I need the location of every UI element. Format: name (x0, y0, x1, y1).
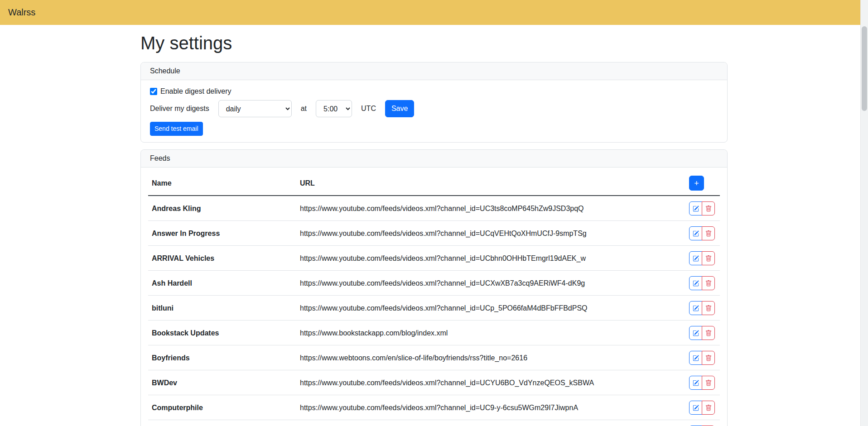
edit-feed-button[interactable] (689, 351, 702, 365)
table-row: bitluni https://www.youtube.com/feeds/vi… (148, 296, 720, 321)
feed-name-cell: Answer In Progress (148, 221, 296, 246)
delivery-controls-row: Deliver my digests daily at 5:00 UTC Sav… (150, 100, 718, 117)
enable-digest-label[interactable]: Enable digest delivery (160, 87, 231, 96)
enable-digest-row: Enable digest delivery (150, 87, 718, 96)
feed-actions-cell (685, 196, 720, 221)
feed-actions-cell (685, 296, 720, 321)
trash-icon (705, 230, 712, 237)
feed-actions-group (689, 276, 715, 290)
feed-actions-group (689, 301, 715, 315)
at-label: at (301, 105, 307, 113)
edit-feed-button[interactable] (689, 301, 702, 315)
edit-feed-button[interactable] (689, 401, 702, 415)
delete-feed-button[interactable] (702, 276, 715, 290)
feed-name-cell: bitluni (148, 296, 296, 321)
schedule-card-body: Enable digest delivery Deliver my digest… (141, 80, 727, 142)
trash-icon (705, 355, 712, 361)
edit-feed-button[interactable] (689, 226, 702, 240)
edit-feed-button[interactable] (689, 201, 702, 215)
feeds-table-body: Andreas Kling https://www.youtube.com/fe… (148, 196, 720, 426)
feed-name-cell: Computerphile (148, 395, 296, 420)
schedule-card-header: Schedule (141, 62, 727, 80)
feed-actions-group (689, 351, 715, 365)
feed-actions-group (689, 201, 715, 215)
schedule-card: Schedule Enable digest delivery Deliver … (140, 62, 728, 143)
enable-digest-checkbox[interactable] (150, 88, 157, 95)
frequency-select[interactable]: daily (218, 100, 292, 117)
edit-feed-button[interactable] (689, 326, 702, 340)
trash-icon (705, 380, 712, 386)
delete-feed-button[interactable] (702, 201, 715, 215)
table-row: Bookstack Updates https://www.bookstacka… (148, 321, 720, 345)
save-button[interactable]: Save (385, 100, 414, 117)
feed-url-cell: https://www.youtube.com/feeds/videos.xml… (296, 271, 685, 296)
delete-feed-button[interactable] (702, 301, 715, 315)
table-row: Fireship https://www.youtube.com/feeds/v… (148, 420, 720, 426)
feed-url-cell: https://www.youtube.com/feeds/videos.xml… (296, 395, 685, 420)
feeds-card: Feeds Name URL + Andreas Kling http (140, 149, 728, 426)
feed-actions-group (689, 376, 715, 390)
table-row: ARRIVAL Vehicles https://www.youtube.com… (148, 246, 720, 271)
edit-feed-button[interactable] (689, 251, 702, 265)
table-row: Andreas Kling https://www.youtube.com/fe… (148, 196, 720, 221)
feed-name-cell: Ash Hardell (148, 271, 296, 296)
trash-icon (705, 305, 712, 311)
table-row: Boyfriends https://www.webtoons.com/en/s… (148, 345, 720, 370)
delete-feed-button[interactable] (702, 326, 715, 340)
feed-url-cell: https://www.youtube.com/feeds/videos.xml… (296, 196, 685, 221)
column-header-url: URL (296, 171, 685, 196)
feed-name-cell: Bookstack Updates (148, 321, 296, 345)
feed-actions-group (689, 326, 715, 340)
feed-url-cell: https://www.youtube.com/feeds/videos.xml… (296, 420, 685, 426)
pencil-square-icon (693, 255, 699, 262)
pencil-square-icon (693, 206, 699, 212)
feed-name-cell: Andreas Kling (148, 196, 296, 221)
feed-name-cell: Fireship (148, 420, 296, 426)
trash-icon (705, 330, 712, 336)
page-scrollbar[interactable] (860, 0, 868, 426)
edit-feed-button[interactable] (689, 376, 702, 390)
delete-feed-button[interactable] (702, 251, 715, 265)
time-select[interactable]: 5:00 (316, 100, 352, 117)
feed-url-cell: https://www.youtube.com/feeds/videos.xml… (296, 296, 685, 321)
feed-actions-cell (685, 321, 720, 345)
deliver-label: Deliver my digests (150, 105, 209, 113)
table-row: Ash Hardell https://www.youtube.com/feed… (148, 271, 720, 296)
scrollbar-thumb[interactable] (862, 26, 867, 111)
table-row: BWDev https://www.youtube.com/feeds/vide… (148, 370, 720, 395)
delete-feed-button[interactable] (702, 226, 715, 240)
feeds-table-header-row: Name URL + (148, 171, 720, 196)
feed-actions-cell (685, 370, 720, 395)
delete-feed-button[interactable] (702, 401, 715, 415)
page-title: My settings (140, 32, 728, 54)
feed-name-cell: Boyfriends (148, 345, 296, 370)
feed-actions-group (689, 226, 715, 240)
timezone-label: UTC (361, 105, 376, 113)
send-test-email-button[interactable]: Send test email (150, 122, 203, 136)
feed-actions-group (689, 251, 715, 265)
feed-actions-group (689, 401, 715, 415)
column-header-name: Name (148, 171, 296, 196)
trash-icon (705, 280, 712, 287)
pencil-square-icon (693, 355, 699, 361)
brand-link[interactable]: Walrss (8, 7, 35, 18)
table-row: Computerphile https://www.youtube.com/fe… (148, 395, 720, 420)
edit-feed-button[interactable] (689, 276, 702, 290)
feeds-table: Name URL + Andreas Kling https://www.you… (148, 171, 720, 426)
trash-icon (705, 206, 712, 212)
pencil-square-icon (693, 405, 699, 411)
pencil-square-icon (693, 230, 699, 237)
column-header-actions: + (685, 171, 720, 196)
pencil-square-icon (693, 305, 699, 311)
feed-name-cell: BWDev (148, 370, 296, 395)
delete-feed-button[interactable] (702, 351, 715, 365)
feed-url-cell: https://www.webtoons.com/en/slice-of-lif… (296, 345, 685, 370)
feed-actions-cell (685, 420, 720, 426)
delete-feed-button[interactable] (702, 376, 715, 390)
feed-name-cell: ARRIVAL Vehicles (148, 246, 296, 271)
feed-actions-cell (685, 395, 720, 420)
add-feed-button[interactable]: + (689, 176, 704, 191)
feed-actions-cell (685, 345, 720, 370)
pencil-square-icon (693, 380, 699, 386)
feed-url-cell: https://www.youtube.com/feeds/videos.xml… (296, 221, 685, 246)
